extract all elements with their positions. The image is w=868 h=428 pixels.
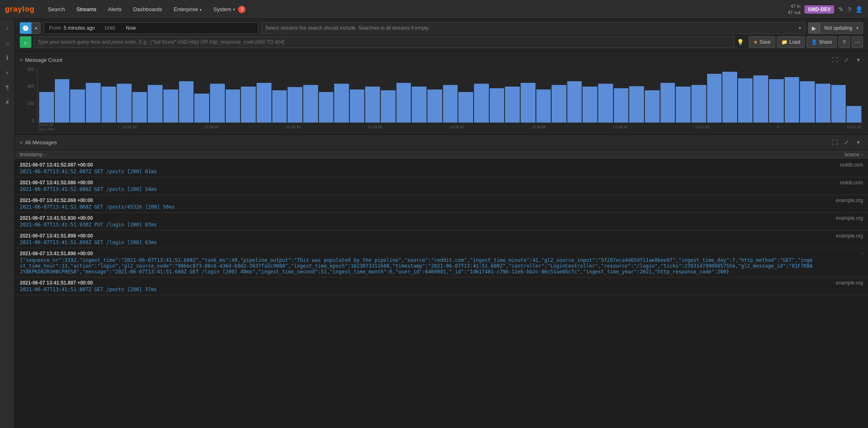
message-row[interactable]: 2021-06-07 13:41:52.068 +00:002021-06-07… (15, 195, 868, 213)
chart-bar-49[interactable] (800, 81, 815, 123)
chart-bar-32[interactable] (536, 89, 551, 122)
sidebar-x-icon[interactable]: ✗ (2, 96, 13, 108)
messages-fullscreen-icon[interactable]: ⛶ (830, 137, 840, 147)
chart-bar-25[interactable] (427, 89, 442, 122)
query-input[interactable] (34, 36, 734, 48)
chart-bar-34[interactable] (567, 81, 582, 123)
chart-bar-24[interactable] (412, 87, 427, 122)
chart-bar-20[interactable] (350, 89, 365, 122)
chart-bar-17[interactable] (303, 85, 318, 122)
sidebar-add-icon[interactable]: + (2, 67, 13, 78)
message-row[interactable]: 2021-06-07 13:41:51.887 +00:002021-06-07… (15, 277, 868, 295)
chart-bar-3[interactable] (86, 83, 101, 122)
chart-bar-40[interactable] (660, 83, 675, 122)
sidebar-info-icon[interactable]: ℹ (2, 52, 13, 63)
chart-bar-14[interactable] (257, 83, 271, 122)
chart-bar-0[interactable] (39, 92, 54, 122)
play-button[interactable]: ▶ (808, 22, 820, 34)
chart-bar-33[interactable] (552, 85, 566, 122)
chart-bar-18[interactable] (319, 92, 334, 122)
chart-bar-52[interactable] (847, 106, 861, 122)
nav-item-system[interactable]: System▾ 3 (208, 3, 250, 16)
chart-bar-48[interactable] (785, 77, 800, 122)
chart-bar-8[interactable] (163, 89, 178, 122)
chart-bar-30[interactable] (505, 87, 520, 122)
sidebar-collapse-icon[interactable]: ‹ (2, 22, 13, 34)
sidebar-search-icon[interactable]: ⌕ (2, 37, 13, 49)
chart-bar-5[interactable] (117, 84, 132, 122)
chart-bar-50[interactable] (816, 84, 830, 122)
chart-bar-37[interactable] (614, 88, 629, 122)
chart-bar-13[interactable] (241, 87, 256, 122)
chart-bar-9[interactable] (179, 81, 194, 123)
message-row[interactable]: 2021-06-07 13:41:52.087 +00:002021-06-07… (15, 160, 868, 177)
time-range-display[interactable]: From: 5 minutes ago Until: Now (44, 22, 258, 34)
chart-bar-15[interactable] (272, 90, 287, 122)
chart-bar-10[interactable] (194, 94, 209, 122)
chart-bar-35[interactable] (583, 87, 597, 122)
time-icon-button[interactable]: 🕐 (20, 22, 31, 34)
chart-bar-28[interactable] (474, 84, 489, 122)
chart-bar-6[interactable] (132, 92, 147, 122)
share-button[interactable]: 👤 Share (807, 36, 837, 48)
chart-bar-2[interactable] (70, 89, 85, 122)
message-row[interactable]: 2021-06-07 13:41:51.896 +00:00{"sequence… (15, 248, 868, 277)
chart-bar-47[interactable] (769, 79, 784, 122)
chart-bar-11[interactable] (210, 84, 225, 122)
edit-icon[interactable]: ✎ (838, 6, 844, 13)
chart-fullscreen-icon[interactable]: ⛶ (830, 55, 840, 65)
chart-move-icon[interactable]: ⤢ (842, 55, 851, 65)
stream-select[interactable]: Select streams the search should include… (262, 22, 805, 34)
chart-bar-45[interactable] (738, 78, 753, 122)
chart-bar-31[interactable] (521, 83, 535, 122)
chart-bar-21[interactable] (365, 87, 380, 122)
user-icon[interactable]: 👤 (855, 6, 863, 13)
chart-bar-39[interactable] (645, 90, 660, 122)
chart-bar-1[interactable] (55, 79, 70, 122)
chart-bar-19[interactable] (334, 84, 349, 122)
chart-bar-23[interactable] (396, 83, 411, 122)
load-button[interactable]: 📁 Load (777, 36, 805, 48)
source-col-header[interactable]: source ↕ (844, 152, 863, 158)
nav-item-streams[interactable]: Streams (71, 4, 101, 15)
timestamp-col-header[interactable]: timestamp ↕ (20, 152, 46, 158)
message-row[interactable]: 2021-06-07 13:41:51.898 +00:002021-06-07… (15, 230, 868, 248)
nav-item-enterprise[interactable]: Enterprise▾ (169, 4, 207, 15)
nav-item-dashboards[interactable]: Dashboards (128, 4, 167, 15)
chart-bar-43[interactable] (707, 74, 722, 122)
chart-bar-12[interactable] (226, 89, 241, 122)
chart-bar-36[interactable] (598, 84, 613, 122)
chart-bar-38[interactable] (629, 86, 644, 122)
time-dropdown[interactable]: ▾ (31, 22, 40, 34)
nav-item-alerts[interactable]: Alerts (103, 4, 127, 15)
chart-bar-46[interactable] (753, 75, 768, 122)
sidebar-paragraph-icon[interactable]: ¶ (2, 82, 13, 93)
chart-bar-42[interactable] (691, 85, 706, 122)
messages-collapse-icon[interactable]: ▾ (853, 137, 863, 147)
user-badge[interactable]: SMD-DEV (804, 5, 834, 14)
message-row[interactable]: 2021-06-07 13:41:51.930 +00:002021-06-07… (15, 213, 868, 230)
search-execute-button[interactable]: ⌕ (20, 36, 31, 48)
chart-bar-4[interactable] (101, 87, 116, 122)
message-row[interactable]: 2021-06-07 13:41:52.086 +00:002021-06-07… (15, 177, 868, 195)
chart-bar-22[interactable] (381, 90, 396, 122)
chart-bar-44[interactable] (722, 72, 737, 122)
chart-y-axis: 600 400 200 0 (20, 67, 36, 123)
chart-bar-29[interactable] (490, 88, 505, 122)
chart-bar-26[interactable] (443, 85, 458, 122)
chart-bar-16[interactable] (288, 87, 302, 122)
nav-item-search[interactable]: Search (43, 4, 70, 15)
search-row2: ⌕ 💡 ★ Save 📁 Load 👤 Share (20, 36, 863, 48)
chart-collapse-icon[interactable]: ▾ (853, 55, 863, 65)
save-button[interactable]: ★ Save (749, 36, 775, 48)
help-query-icon[interactable]: ? (838, 36, 850, 48)
messages-move-icon[interactable]: ⤢ (842, 137, 851, 147)
system-badge: 3 (238, 6, 245, 13)
chart-bar-41[interactable] (676, 87, 691, 122)
help-icon[interactable]: ? (848, 6, 851, 13)
chart-bar-27[interactable] (458, 92, 473, 122)
more-options-icon[interactable]: ⋯ (851, 36, 863, 48)
not-updating-button[interactable]: Not updating ▾ (820, 22, 863, 34)
chart-bar-51[interactable] (831, 85, 846, 122)
chart-bar-7[interactable] (148, 85, 163, 122)
